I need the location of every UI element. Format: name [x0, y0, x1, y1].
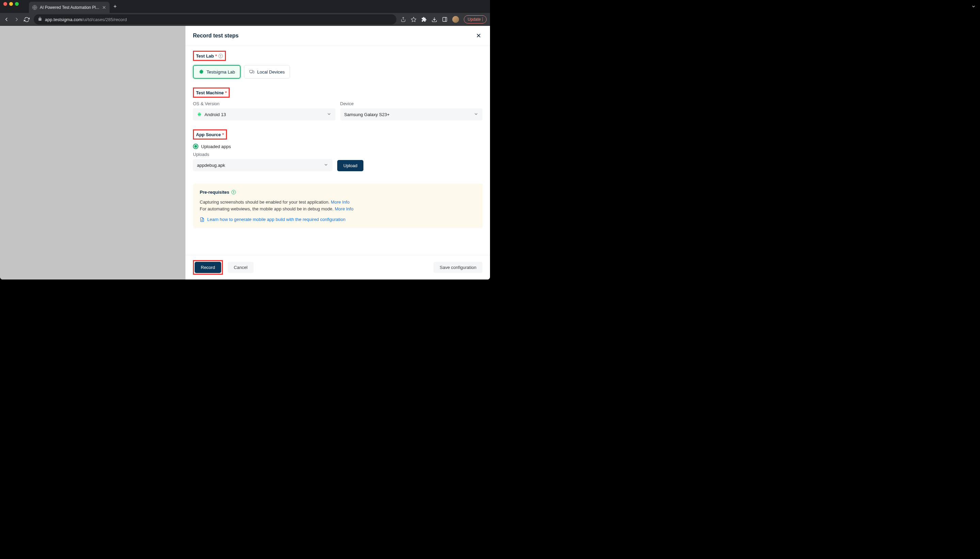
- update-label: Update: [467, 17, 481, 22]
- chevron-down-icon: [327, 112, 332, 117]
- url-bar[interactable]: app.testsigma.com/ui/td/cases/285/record: [34, 14, 396, 25]
- toolbar-icons: Update: [401, 15, 487, 23]
- os-version-label: OS & Version: [193, 101, 335, 106]
- prerequisites-box: Pre-requisites ? Capturing screenshots s…: [193, 184, 482, 228]
- reload-button[interactable]: [24, 17, 30, 23]
- testsigma-lab-option[interactable]: Testsigma Lab: [193, 65, 241, 79]
- option-label: Local Devices: [257, 69, 285, 74]
- back-button[interactable]: [3, 17, 10, 23]
- uploads-select[interactable]: appdebug.apk: [193, 159, 332, 171]
- svg-rect-7: [252, 71, 254, 73]
- close-icon[interactable]: ✕: [475, 31, 482, 41]
- profile-avatar[interactable]: [452, 16, 459, 23]
- more-info-link-2[interactable]: More Info: [335, 206, 353, 212]
- app-source-label-highlight: App Source *: [193, 129, 227, 140]
- test-lab-label: Test Lab * ?: [196, 53, 223, 59]
- download-icon[interactable]: [431, 17, 437, 23]
- document-icon: [200, 217, 205, 222]
- record-button-highlight: Record: [193, 260, 223, 275]
- window-max-dot[interactable]: [15, 2, 19, 6]
- url-text: app.testsigma.com/ui/td/cases/285/record: [45, 17, 127, 22]
- url-host: app.testsigma.com: [45, 17, 82, 22]
- gear-icon: [198, 69, 204, 74]
- update-button[interactable]: Update: [464, 15, 487, 23]
- os-value: Android 13: [205, 112, 226, 117]
- tab-title: AI Powered Test Automation Pl...: [40, 5, 99, 10]
- local-devices-option[interactable]: Local Devices: [244, 65, 290, 79]
- extensions-icon[interactable]: [421, 17, 427, 22]
- device-value: Samsung Galaxy S23+: [344, 112, 389, 117]
- app-source-label: App Source *: [196, 132, 224, 137]
- panel-title: Record test steps: [193, 33, 239, 39]
- lock-icon: [38, 17, 42, 23]
- new-tab-button[interactable]: +: [114, 3, 117, 10]
- forward-button[interactable]: [13, 17, 20, 23]
- device-label: Device: [340, 101, 483, 106]
- uploaded-apps-radio[interactable]: Uploaded apps: [193, 144, 482, 149]
- help-icon[interactable]: ?: [218, 54, 223, 58]
- save-config-button[interactable]: Save configuration: [434, 262, 482, 273]
- android-icon: [197, 112, 202, 117]
- radio-label: Uploaded apps: [201, 144, 231, 149]
- star-icon[interactable]: [411, 17, 416, 23]
- panel-body: Test Lab * ? Testsigma Lab Local Devices: [185, 46, 490, 255]
- window-controls: [3, 2, 19, 6]
- cancel-button[interactable]: Cancel: [228, 262, 254, 273]
- required-star: *: [215, 53, 217, 59]
- page-content: Record test steps ✕ Test Lab * ? Testsig…: [0, 26, 490, 280]
- svg-rect-4: [249, 70, 252, 73]
- chevron-down-icon: [474, 112, 478, 117]
- svg-rect-2: [443, 17, 447, 22]
- prereq-title: Pre-requisites ?: [200, 190, 476, 195]
- window-min-dot[interactable]: [9, 2, 13, 6]
- url-path: /ui/td/cases/285/record: [82, 17, 127, 22]
- os-version-select[interactable]: Android 13: [193, 108, 335, 121]
- window-close-dot[interactable]: [3, 2, 7, 6]
- sidepanel-icon[interactable]: [442, 17, 447, 22]
- required-star: *: [225, 90, 227, 95]
- devices-icon: [249, 69, 254, 74]
- help-icon[interactable]: ?: [231, 190, 236, 194]
- browser-toolbar: app.testsigma.com/ui/td/cases/285/record…: [0, 13, 490, 26]
- radio-icon: [193, 144, 198, 149]
- menu-dots-icon: [482, 18, 483, 21]
- share-icon[interactable]: [401, 17, 406, 22]
- panel-header: Record test steps ✕: [185, 26, 490, 46]
- test-machine-label-highlight: Test Machine *: [193, 88, 230, 98]
- device-select[interactable]: Samsung Galaxy S23+: [340, 108, 483, 121]
- upload-button[interactable]: Upload: [337, 160, 363, 171]
- prereq-text: Capturing screenshots should be enabled …: [200, 199, 476, 212]
- panel-footer: Record Cancel Save configuration: [185, 255, 490, 280]
- more-info-link-1[interactable]: More Info: [331, 200, 350, 205]
- learn-link[interactable]: Learn how to generate mobile app build w…: [200, 217, 476, 222]
- learn-link-text: Learn how to generate mobile app build w…: [207, 217, 345, 222]
- uploads-value: appdebug.apk: [197, 163, 225, 168]
- test-lab-options: Testsigma Lab Local Devices: [193, 65, 482, 79]
- browser-tab[interactable]: AI Powered Test Automation Pl... ✕: [29, 2, 110, 13]
- svg-marker-1: [411, 17, 416, 22]
- globe-icon: [32, 5, 37, 10]
- test-lab-label-highlight: Test Lab * ?: [193, 51, 226, 61]
- chevron-down-icon: [323, 162, 328, 168]
- required-star: *: [222, 132, 224, 137]
- test-machine-label: Test Machine *: [196, 90, 227, 95]
- record-button[interactable]: Record: [195, 262, 221, 273]
- option-label: Testsigma Lab: [206, 69, 235, 74]
- tab-bar: AI Powered Test Automation Pl... ✕ +: [0, 0, 490, 13]
- tab-close-icon[interactable]: ✕: [102, 5, 106, 10]
- uploads-label: Uploads: [193, 152, 332, 157]
- record-panel: Record test steps ✕ Test Lab * ? Testsig…: [185, 26, 490, 280]
